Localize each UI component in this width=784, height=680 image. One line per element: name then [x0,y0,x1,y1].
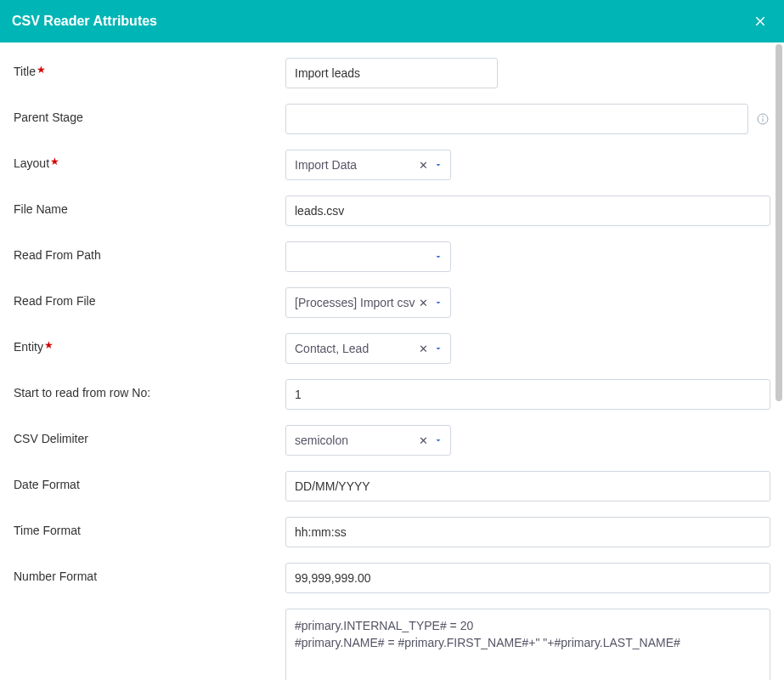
label-entity: Entity★ [14,333,285,354]
field-row-file-name: File Name [14,196,770,226]
label-number-format: Number Format [14,563,285,583]
field-row-layout: Layout★ Import Data ✕ [14,150,770,180]
required-star-icon: ★ [50,156,59,167]
dialog-title: CSV Reader Attributes [12,14,157,29]
required-star-icon: ★ [44,339,54,351]
field-col: semicolon ✕ [285,425,770,456]
label-read-from-path: Read From Path [14,241,285,262]
label-date-format: Date Format [14,471,285,491]
field-row-delimiter: CSV Delimiter semicolon ✕ [14,425,770,456]
field-col [285,241,770,272]
label-before-save: Before Save Script [14,609,285,680]
select-value: semicolon [295,434,348,447]
chevron-down-icon[interactable] [433,298,443,308]
field-row-number-format: Number Format [14,563,770,593]
label-layout: Layout★ [14,150,285,170]
entity-select[interactable]: Contact, Lead ✕ [285,333,451,364]
layout-select[interactable]: Import Data ✕ [285,150,451,180]
required-star-icon: ★ [37,64,46,76]
field-col: Contact, Lead ✕ [285,333,770,364]
label-start-row: Start to read from row No: [14,379,285,400]
scrollbar-thumb[interactable] [776,44,782,401]
field-row-start-row: Start to read from row No: [14,379,770,410]
file-name-input[interactable] [285,196,770,226]
info-icon[interactable] [755,111,770,127]
close-button[interactable] [750,11,770,31]
read-from-file-select[interactable]: [Processes] Import csv ✕ [285,287,451,318]
label-file-name: File Name [14,196,285,216]
label-text: Date Format [14,478,80,491]
chevron-down-icon[interactable] [433,252,443,262]
label-text: Title [14,65,36,78]
select-icons: ✕ [419,435,443,446]
read-from-path-select[interactable] [285,241,451,272]
label-text: Read From File [14,294,95,308]
chevron-down-icon[interactable] [433,343,443,354]
date-format-input[interactable] [285,471,770,502]
field-row-read-from-file: Read From File [Processes] Import csv ✕ [14,287,770,318]
label-text: Parent Stage [14,110,83,124]
chevron-down-icon[interactable] [433,435,443,445]
label-title: Title★ [14,58,285,78]
clear-icon[interactable]: ✕ [419,343,428,354]
clear-icon[interactable]: ✕ [419,435,428,446]
title-input[interactable] [285,58,498,88]
label-text: Read From Path [14,248,101,262]
before-save-textarea[interactable] [285,609,770,680]
label-read-from-file: Read From File [14,287,285,308]
select-value: Import Data [295,158,357,172]
field-col [285,196,770,226]
start-row-input[interactable] [285,379,770,410]
label-text: Entity [14,340,43,354]
select-icons: ✕ [419,343,443,354]
field-row-title: Title★ [14,58,770,88]
field-col [285,58,770,88]
select-value: Contact, Lead [295,342,369,355]
number-format-input[interactable] [285,563,770,593]
field-col [285,609,770,680]
label-time-format: Time Format [14,517,285,537]
field-row-entity: Entity★ Contact, Lead ✕ [14,333,770,364]
label-parent-stage: Parent Stage [14,104,285,124]
label-text: Number Format [14,570,97,583]
select-icons [433,252,443,262]
field-row-before-save: Before Save Script [14,609,770,680]
parent-stage-input[interactable] [285,104,748,134]
field-row-parent-stage: Parent Stage [14,104,770,134]
dialog-header: CSV Reader Attributes [0,0,784,42]
select-icons: ✕ [419,298,443,309]
field-col [285,471,770,502]
label-text: CSV Delimiter [14,432,88,445]
field-row-time-format: Time Format [14,517,770,547]
label-text: Time Format [14,524,81,537]
svg-point-2 [763,116,764,117]
select-icons: ✕ [419,160,443,171]
label-text: Start to read from row No: [14,386,150,400]
field-row-date-format: Date Format [14,471,770,502]
time-format-input[interactable] [285,517,770,547]
field-col [285,379,770,410]
field-col [285,104,770,134]
close-icon [753,14,768,29]
clear-icon[interactable]: ✕ [419,298,428,309]
label-text: File Name [14,202,68,216]
field-col: Import Data ✕ [285,150,770,180]
field-row-read-from-path: Read From Path [14,241,770,272]
select-value: [Processes] Import csv [295,296,415,309]
field-col [285,517,770,547]
field-col: [Processes] Import csv ✕ [285,287,770,318]
label-text: Layout [14,156,49,170]
dialog-body: Title★ Parent Stage Layout★ Import Data … [0,42,784,680]
delimiter-select[interactable]: semicolon ✕ [285,425,451,456]
label-delimiter: CSV Delimiter [14,425,285,445]
chevron-down-icon[interactable] [433,160,443,170]
field-col [285,563,770,593]
clear-icon[interactable]: ✕ [419,160,428,171]
